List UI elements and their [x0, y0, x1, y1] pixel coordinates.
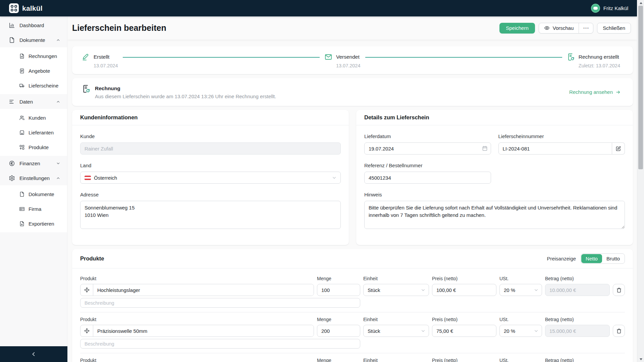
- einheit-select[interactable]: Stück: [363, 284, 429, 296]
- product-name-field[interactable]: [93, 284, 314, 296]
- preis-field[interactable]: [432, 325, 496, 337]
- lieferscheinnummer-label: Lieferscheinnummer: [498, 133, 625, 139]
- product-name-group: [80, 284, 314, 296]
- banner-message: Aus diesem Lieferschein wurde am 13.07.2…: [95, 94, 276, 99]
- lieferscheinnummer-field[interactable]: [498, 142, 612, 155]
- lieferdatum-label: Lieferdatum: [364, 133, 491, 139]
- sidebar-item-kunden[interactable]: Kunden: [0, 110, 67, 125]
- chevron-down-icon: [534, 328, 539, 334]
- sidebar-item-finanzen[interactable]: Finanzen: [0, 156, 67, 171]
- timeline-step-erstellt: Erstellt 13.07.2024: [82, 53, 118, 68]
- sidebar-item-label: Produkte: [29, 144, 49, 150]
- price-display-label: Preisanzeige: [547, 256, 576, 261]
- beschreibung-field[interactable]: [80, 339, 360, 349]
- drag-handle[interactable]: [80, 325, 93, 337]
- id-card-icon: [19, 206, 25, 212]
- preis-field[interactable]: [432, 284, 496, 296]
- delete-row-button[interactable]: [613, 325, 625, 337]
- chevron-down-icon: [534, 288, 539, 293]
- more-options-button[interactable]: ⋯: [579, 23, 593, 33]
- preview-label: Vorschau: [553, 25, 574, 31]
- user-name: Fritz Kalkül: [603, 5, 628, 11]
- netto-toggle[interactable]: Netto: [581, 254, 602, 263]
- sidebar-item-lieferanten[interactable]: Lieferanten: [0, 125, 67, 140]
- referenz-field[interactable]: [364, 172, 491, 184]
- kunde-field[interactable]: [80, 142, 341, 155]
- product-name-group: [80, 325, 314, 337]
- products-header: Produkte Preisanzeige Netto Brutto: [72, 249, 633, 268]
- preview-button[interactable]: Vorschau: [539, 23, 579, 33]
- sidebar-item-angebote[interactable]: Angebote: [0, 63, 67, 78]
- delete-row-button[interactable]: [613, 284, 625, 296]
- scrollbar-up-arrow[interactable]: [637, 0, 644, 6]
- customer-card-title: Kundeninformationen: [72, 110, 349, 125]
- edit-number-button[interactable]: [612, 142, 625, 155]
- brand-logo[interactable]: kalkül: [9, 3, 43, 13]
- chevron-down-icon: [56, 161, 60, 166]
- sidebar-item-produkte[interactable]: Produkte: [0, 140, 67, 155]
- sidebar-item-rechnungen[interactable]: Rechnungen: [0, 49, 67, 63]
- sidebar-item-exportieren[interactable]: Exportieren: [0, 216, 67, 231]
- beschreibung-field[interactable]: [80, 298, 360, 308]
- sidebar-item-dokumente[interactable]: Dokumente: [0, 33, 67, 47]
- status-timeline-card: Erstellt 13.07.2024 Versendet 13.07.2024…: [72, 46, 633, 74]
- menge-field[interactable]: [317, 325, 360, 337]
- adresse-field[interactable]: Sonnenblumenweg 15 1010 Wien: [80, 201, 341, 229]
- sidebar-collapse-button[interactable]: [0, 346, 67, 362]
- file-icon: [9, 37, 15, 43]
- scrollbar-down-arrow[interactable]: [637, 356, 644, 362]
- brutto-toggle[interactable]: Brutto: [602, 254, 624, 263]
- betrag-field: [545, 325, 610, 337]
- product-name-field[interactable]: [93, 325, 314, 337]
- product-row: Produkt Menge Einheit Preis (netto) USt.…: [80, 317, 625, 349]
- sidebar-item-dashboard[interactable]: Dashboard: [0, 18, 67, 33]
- chevron-up-icon: [56, 38, 60, 42]
- row-divider: [80, 312, 625, 312]
- scrollbar-thumb[interactable]: [638, 6, 643, 169]
- sidebar-item-einstellungen-dokumente[interactable]: Dokumente: [0, 187, 67, 201]
- sidebar-item-label: Finanzen: [19, 161, 40, 166]
- sidebar-item-firma[interactable]: Firma: [0, 201, 67, 216]
- ust-select[interactable]: 20 %: [499, 325, 542, 337]
- list-lines-icon: [9, 99, 15, 105]
- move-icon: [84, 328, 90, 334]
- invoice-file-icon: [19, 53, 25, 59]
- page-title: Lieferschein bearbeiten: [72, 23, 166, 33]
- save-button[interactable]: Speichern: [499, 23, 535, 34]
- eye-icon: [544, 25, 550, 31]
- ust-select[interactable]: 20 %: [499, 284, 542, 296]
- brand-logo-icon: [9, 3, 19, 13]
- sidebar-item-lieferscheine[interactable]: Lieferscheine: [0, 78, 67, 93]
- pencil-icon: [82, 53, 90, 61]
- info-cards-row: Kundeninformationen Kunde Land Österreic…: [72, 110, 633, 245]
- products-card: Produkte Preisanzeige Netto Brutto Produ…: [72, 249, 633, 362]
- sidebar-group-einstellungen: Dokumente Firma Exportieren: [0, 185, 67, 232]
- col-label-produkt: Produkt: [80, 317, 314, 322]
- offer-clipboard-icon: [19, 68, 25, 74]
- users-icon: [19, 115, 25, 121]
- col-label-betrag: Betrag (netto): [545, 276, 610, 281]
- brand-name: kalkül: [22, 4, 43, 12]
- chevron-left-icon: [31, 351, 37, 357]
- page-header: Lieferschein bearbeiten Speichern Vorsch…: [67, 16, 637, 40]
- col-label-preis: Preis (netto): [432, 276, 496, 281]
- menge-field[interactable]: [317, 284, 360, 296]
- store-icon: [19, 130, 25, 135]
- price-display-toggle: Netto Brutto: [581, 253, 625, 264]
- einheit-select[interactable]: Stück: [363, 325, 429, 337]
- sidebar-item-einstellungen[interactable]: Einstellungen: [0, 171, 67, 185]
- sidebar-item-daten[interactable]: Daten: [0, 94, 67, 109]
- ust-value: 20 %: [504, 287, 515, 293]
- vertical-scrollbar[interactable]: [637, 0, 644, 362]
- header-actions: Speichern Vorschau ⋯ Schließen: [499, 23, 631, 34]
- view-invoice-link[interactable]: Rechnung ansehen: [569, 89, 621, 95]
- invoice-refresh-icon: [567, 53, 575, 61]
- close-button[interactable]: Schließen: [597, 23, 631, 34]
- drag-handle[interactable]: [80, 284, 93, 296]
- land-select[interactable]: Österreich: [80, 172, 341, 184]
- row-divider: [80, 353, 625, 353]
- calendar-icon[interactable]: [482, 145, 488, 151]
- user-menu[interactable]: Fritz Kalkül: [591, 4, 628, 13]
- hinweis-field[interactable]: Bitte überprüfen Sie die Lieferung sofor…: [364, 201, 625, 229]
- lieferdatum-field[interactable]: [364, 142, 491, 155]
